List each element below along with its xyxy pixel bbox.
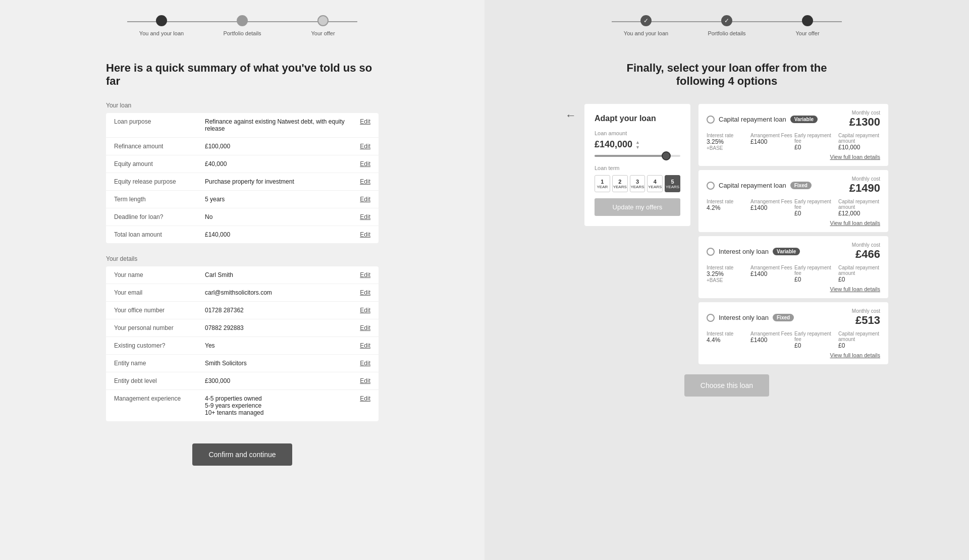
term-button[interactable]: 1YEAR (595, 175, 610, 192)
offer-detail: Capital repayment amount £12,000 (838, 199, 880, 217)
edit-link[interactable]: Edit (360, 324, 370, 331)
row-key: Equity amount (114, 160, 205, 167)
offer-detail: Interest rate 4.4% (707, 331, 748, 349)
row-value: £40,000 (205, 160, 356, 167)
edit-link[interactable]: Edit (360, 307, 370, 314)
row-key: Management experience (114, 395, 205, 402)
offer-radio-group[interactable]: Capital repayment loan Fixed (707, 182, 812, 190)
loan-amount-label: Loan amount (595, 130, 680, 136)
view-loan-details-link[interactable]: View full loan details (707, 220, 880, 226)
view-loan-details-link[interactable]: View full loan details (707, 154, 880, 160)
detail-value: £0 (838, 276, 880, 283)
row-value: Carl Smith (205, 271, 356, 278)
detail-value: £1400 (750, 204, 792, 211)
offer-radio[interactable] (707, 116, 715, 124)
offer-radio[interactable] (707, 314, 715, 322)
table-row: Your office number 01728 287362 Edit (106, 302, 379, 319)
stepper-dot-1 (156, 15, 167, 26)
edit-link[interactable]: Edit (360, 143, 370, 150)
detail-label: Arrangement Fees (750, 265, 792, 270)
right-stepper-label-3: Your offer (795, 30, 819, 36)
edit-link[interactable]: Edit (360, 289, 370, 296)
detail-value: £0 (794, 210, 836, 217)
offer-card-top: Interest only loan Fixed Monthly cost £5… (707, 308, 880, 327)
edit-link[interactable]: Edit (360, 395, 370, 402)
detail-value: £1400 (750, 270, 792, 277)
detail-label: Early repayment fee (794, 265, 836, 276)
confirm-button[interactable]: Confirm and continue (192, 443, 292, 466)
edit-link[interactable]: Edit (360, 231, 370, 238)
offer-badge: Variable (790, 116, 818, 123)
term-button[interactable]: 4YEARS (647, 175, 663, 192)
choose-loan-button[interactable]: Choose this loan (684, 374, 769, 397)
offer-radio-group[interactable]: Interest only loan Fixed (707, 314, 794, 322)
edit-link[interactable]: Edit (360, 160, 370, 167)
stepper-label-1: You and your loan (139, 30, 184, 36)
row-key: Your email (114, 289, 205, 296)
right-stepper-step-2: ✓ Portfolio details (686, 15, 767, 36)
detail-value: £0 (794, 144, 836, 151)
loan-slider[interactable] (595, 155, 680, 157)
offer-radio-group[interactable]: Capital repayment loan Variable (707, 116, 818, 124)
term-button[interactable]: 5YEARS (665, 175, 680, 192)
offer-card-top: Capital repayment loan Variable Monthly … (707, 110, 880, 129)
edit-link[interactable]: Edit (360, 377, 370, 384)
table-row: Total loan amount £140,000 Edit (106, 226, 379, 243)
row-value: 07882 292883 (205, 324, 356, 331)
offers-list: Capital repayment loan Variable Monthly … (698, 104, 888, 364)
offer-detail: Arrangement Fees £1400 (750, 133, 792, 151)
amount-arrows[interactable]: ▲ ▼ (635, 140, 640, 150)
edit-link[interactable]: Edit (360, 271, 370, 278)
edit-link[interactable]: Edit (360, 213, 370, 220)
offer-detail: Arrangement Fees £1400 (750, 265, 792, 283)
offer-badge: Fixed (790, 182, 812, 189)
view-loan-details-link[interactable]: View full loan details (707, 352, 880, 358)
table-row: Entity name Smith Solicitors Edit (106, 355, 379, 372)
monthly-label: Monthly cost (849, 176, 880, 182)
offer-card-top: Capital repayment loan Fixed Monthly cos… (707, 176, 880, 195)
row-value: Yes (205, 342, 356, 349)
offer-radio-group[interactable]: Interest only loan Variable (707, 248, 800, 256)
offer-radio[interactable] (707, 182, 715, 190)
table-row: Existing customer? Yes Edit (106, 337, 379, 355)
table-row: Your name Carl Smith Edit (106, 266, 379, 284)
row-key: Entity name (114, 360, 205, 367)
back-arrow[interactable]: ← (565, 109, 576, 122)
monthly-label: Monthly cost (849, 110, 880, 116)
offer-detail: Interest rate 4.2% (707, 199, 748, 217)
offer-detail: Early repayment fee £0 (794, 331, 836, 349)
detail-value: £0 (794, 342, 836, 349)
offer-details: Interest rate 3.25% +BASE Arrangement Fe… (707, 133, 880, 151)
table-row: Term length 5 years Edit (106, 191, 379, 208)
detail-sub: +BASE (707, 277, 748, 283)
summary-title: Here is a quick summary of what you've t… (106, 62, 379, 88)
your-loan-label: Your loan (106, 102, 379, 109)
edit-link[interactable]: Edit (360, 196, 370, 203)
adapt-title: Adapt your loan (595, 114, 680, 123)
term-button[interactable]: 2YEARS (612, 175, 628, 192)
stepper-step-2: Portfolio details (202, 15, 283, 36)
right-stepper-step-3: Your offer (767, 15, 848, 36)
detail-value: £10,000 (838, 144, 880, 151)
detail-value: 3.25% (707, 270, 748, 277)
edit-link[interactable]: Edit (360, 360, 370, 367)
edit-link[interactable]: Edit (360, 342, 370, 349)
view-loan-details-link[interactable]: View full loan details (707, 286, 880, 292)
loan-term-label: Loan term (595, 165, 680, 171)
detail-value: £12,000 (838, 210, 880, 217)
term-button[interactable]: 3YEARS (630, 175, 645, 192)
offer-radio[interactable] (707, 248, 715, 256)
stepper-label-3: Your offer (311, 30, 335, 36)
stepper-dot-3 (317, 15, 329, 26)
slider-thumb[interactable] (662, 151, 671, 160)
offer-name: Interest only loan (719, 248, 769, 255)
update-offers-button[interactable]: Update my offers (595, 198, 680, 216)
edit-link[interactable]: Edit (360, 178, 370, 185)
offer-detail: Early repayment fee £0 (794, 133, 836, 151)
edit-link[interactable]: Edit (360, 118, 370, 125)
row-key: Equity release purpose (114, 178, 205, 185)
offer-cost-group: Monthly cost £1490 (849, 176, 880, 195)
right-stepper-dot-2: ✓ (721, 15, 732, 26)
detail-value: 4.4% (707, 337, 748, 344)
loan-amount-value: £140,000 (595, 139, 632, 150)
